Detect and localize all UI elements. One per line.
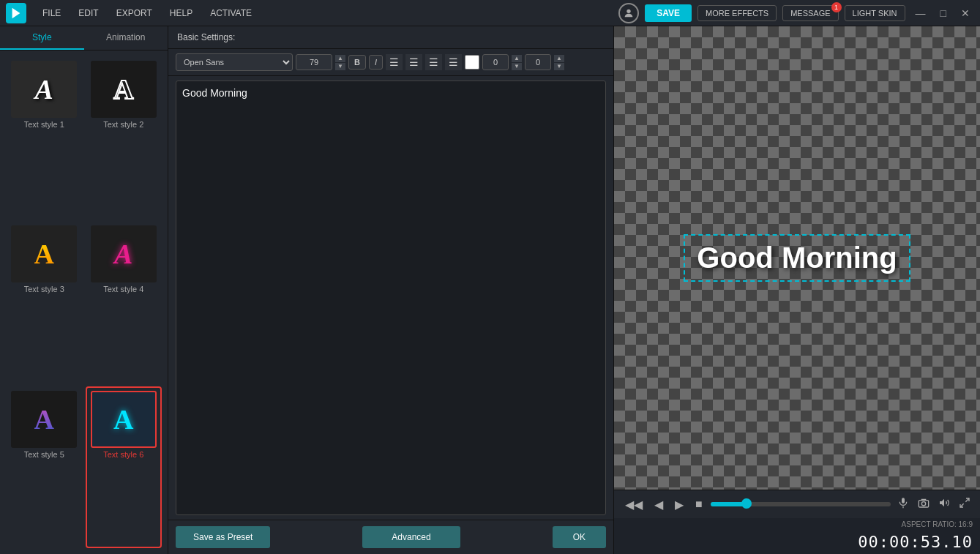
svg-marker-6 [940,499,944,507]
style-item-6[interactable]: A Text style 6 [86,386,162,548]
align-right-button[interactable]: ☰ [425,54,442,70]
progress-track[interactable] [711,502,891,506]
style-letter-3: A [34,238,54,270]
style-thumb-3: A [11,225,77,282]
style-item-2[interactable]: A Text style 2 [86,56,162,218]
right-panel: Good Morning ◀◀ ◀ ▶ ■ [614,26,980,554]
user-avatar[interactable] [618,3,639,23]
mic-button[interactable] [895,495,911,514]
style-label-1: Text style 1 [24,120,64,129]
style-label-2: Text style 2 [103,120,143,129]
italic-button[interactable]: I [369,55,383,70]
menu-activate[interactable]: ACTIVATE [203,5,259,21]
align-left-button[interactable]: ☰ [386,54,403,70]
light-skin-button[interactable]: LIGHT SKIN [845,5,905,21]
camera-button[interactable] [916,495,932,514]
more-effects-button[interactable]: MORE EFFECTS [697,5,777,21]
center-panel: Basic Settings: Open Sans Arial Times Ne… [168,26,614,554]
save-preset-button[interactable]: Save as Preset [176,526,270,548]
style-label-3: Text style 3 [24,285,64,293]
maximize-button[interactable]: □ [936,4,951,22]
preview-area: Good Morning [614,26,980,490]
style-item-3[interactable]: A Text style 3 [6,221,83,383]
style-item-5[interactable]: A Text style 5 [6,386,83,548]
style-thumb-2: A [91,61,157,118]
style-thumb-6: A [91,391,157,448]
aspect-ratio-row: ASPECT RATIO: 16:9 [614,518,980,531]
style-item-1[interactable]: A Text style 1 [6,56,83,218]
ok-button[interactable]: OK [553,526,606,548]
rotation-input[interactable] [525,54,551,70]
rotation-down[interactable]: ▼ [554,63,564,70]
menu-file[interactable]: FILE [35,5,68,21]
style-letter-4: A [114,238,132,270]
align-center-button[interactable]: ☰ [405,54,422,70]
play-button[interactable]: ▶ [671,495,687,514]
style-grid: A Text style 1 A Text style 2 A Text sty… [0,50,168,554]
svg-point-5 [921,502,925,506]
menu-export[interactable]: EXPORT [109,5,160,21]
opacity-input[interactable] [482,54,509,70]
opacity-spinner: ▲ ▼ [512,55,522,70]
tab-style[interactable]: Style [0,26,84,50]
style-letter-6: A [113,403,133,435]
style-letter-1: A [35,73,53,105]
style-label-4: Text style 4 [103,285,143,293]
menu-help[interactable]: HELP [162,5,200,21]
main-layout: Style Animation A Text style 1 A Text st… [0,26,980,554]
format-toolbar: Open Sans Arial Times New Roman ▲ ▼ B I … [168,49,613,76]
opacity-down[interactable]: ▼ [512,63,522,70]
style-item-4[interactable]: A Text style 4 [86,221,162,383]
svg-marker-0 [12,7,20,18]
font-size-input[interactable] [296,54,332,70]
style-letter-2: A [113,73,133,105]
font-size-spinner: ▲ ▼ [335,55,345,70]
left-panel: Style Animation A Text style 1 A Text st… [0,26,168,554]
progress-thumb [741,498,752,509]
message-badge: 1 [831,2,842,12]
basic-settings-header: Basic Settings: [168,26,613,49]
style-thumb-5: A [11,391,77,448]
volume-button[interactable] [936,495,952,514]
rotation-spinner: ▲ ▼ [554,55,564,70]
preview-video: Good Morning [614,26,980,490]
aspect-ratio-label: ASPECT RATIO: 16:9 [902,520,973,528]
message-button-wrapper: MESSAGE 1 [782,5,838,21]
svg-rect-2 [902,498,905,503]
font-select[interactable]: Open Sans Arial Times New Roman [176,53,293,71]
center-bottom-buttons: Save as Preset Advanced OK [168,520,613,554]
save-button[interactable]: SAVE [645,4,692,22]
prev-frame-button[interactable]: ◀ [651,495,667,514]
message-button[interactable]: MESSAGE [782,5,838,21]
svg-line-7 [965,498,969,502]
tab-animation[interactable]: Animation [84,26,168,50]
fullscreen-button[interactable] [957,495,973,514]
font-size-up[interactable]: ▲ [335,55,345,62]
top-right-controls: SAVE MORE EFFECTS MESSAGE 1 LIGHT SKIN —… [618,3,974,23]
minimize-button[interactable]: — [911,4,930,22]
opacity-up[interactable]: ▲ [512,55,522,62]
bold-button[interactable]: B [348,55,366,70]
stop-button[interactable]: ■ [692,495,706,513]
app-logo [6,3,26,23]
rotation-up[interactable]: ▲ [554,55,564,62]
panel-tabs: Style Animation [0,26,168,50]
timecode: 00:00:53.10 [858,533,973,551]
advanced-button[interactable]: Advanced [362,526,460,548]
menu-edit[interactable]: EDIT [71,5,105,21]
menubar: FILE EDIT EXPORT HELP ACTIVATE SAVE MORE… [0,0,980,26]
style-label-5: Text style 5 [24,450,64,459]
preview-text[interactable]: Good Morning [684,234,910,282]
style-thumb-4: A [91,225,157,282]
close-button[interactable]: ✕ [957,4,974,22]
svg-line-8 [960,504,964,507]
style-label-6: Text style 6 [103,450,143,459]
font-size-down[interactable]: ▼ [335,63,345,70]
playback-controls: ◀◀ ◀ ▶ ■ [614,490,980,518]
align-justify-button[interactable]: ☰ [445,54,462,70]
text-color-picker[interactable] [465,55,479,70]
timecode-row: 00:00:53.10 [614,531,980,554]
style-thumb-1: A [11,61,77,118]
text-editor[interactable]: Good Morning [176,81,606,515]
jump-start-button[interactable]: ◀◀ [621,495,646,514]
